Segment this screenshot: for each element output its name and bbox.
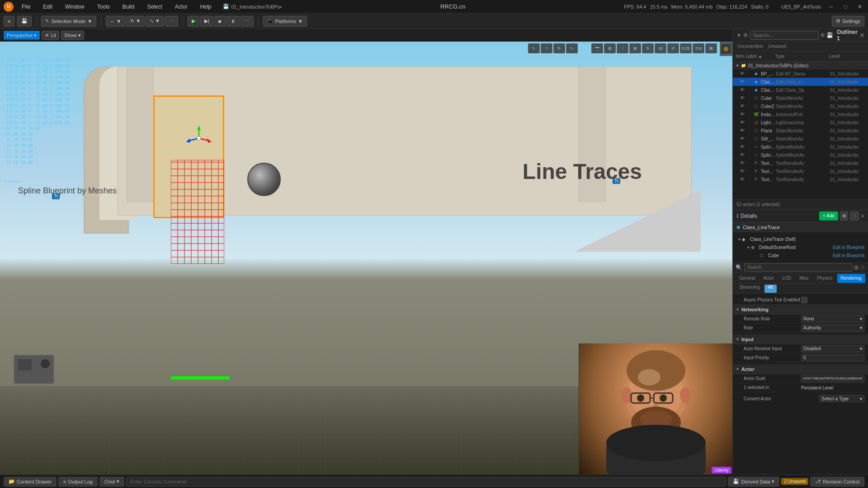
expand-5-icon[interactable] (747, 103, 753, 109)
outliner-row-textrender1[interactable]: 👁 T TextRenderActor TextRenderAc 01_Intr… (733, 159, 868, 167)
angle-val[interactable]: 0.25 (680, 43, 692, 53)
networking-section-header[interactable]: ▾ Networking (733, 305, 868, 314)
col-type-header[interactable]: Type (775, 54, 829, 59)
visibility-icon-5[interactable]: 👁 (740, 103, 745, 109)
tab-misc[interactable]: Misc (796, 274, 812, 283)
close-button[interactable]: ✕ (855, 2, 864, 11)
output-log-button[interactable]: ≡ Output Log (58, 477, 98, 487)
actor-expand-icon[interactable]: ▾ (736, 366, 739, 371)
hamburger-menu-button[interactable]: ≡ (4, 16, 14, 27)
details-view-options-button[interactable]: ⊞ (840, 211, 848, 221)
platforms-button[interactable]: 📱 Platforms ▼ (263, 16, 307, 27)
nav-cube[interactable]: ⊕ (721, 43, 731, 54)
outliner-close-button[interactable]: ✕ (859, 32, 865, 39)
edit-blueprint-link-2[interactable]: Edit in Blueprint (833, 253, 864, 258)
convert-actor-dropdown[interactable]: Select a Type ▾ (819, 395, 864, 402)
input-section-header[interactable]: ▾ Input (733, 334, 868, 344)
grid-snap-button[interactable]: ⊞ (629, 43, 641, 53)
visibility-icon-4[interactable]: 👁 (740, 95, 745, 101)
maximize-viewport-button[interactable]: ⊞ (604, 43, 616, 53)
uncontrolled-tab[interactable]: Uncontrolled (736, 43, 764, 50)
role-dropdown[interactable]: Authority ▾ (801, 324, 864, 332)
expand-4-icon[interactable] (747, 95, 753, 101)
visibility-icon-6[interactable]: 👁 (740, 112, 745, 117)
derived-data-button[interactable]: 💾 Derived Data ▾ (728, 477, 779, 487)
subtab-streaming[interactable]: Streaming (736, 285, 764, 293)
outliner-row-splinemesh[interactable]: 👁 ~ SplineMeshActor SplineMeshAc 01_Intr… (733, 143, 868, 151)
camera-fov-button[interactable]: ⊠ (705, 43, 717, 53)
play-next-button[interactable]: ▶| (200, 16, 213, 27)
menu-edit[interactable]: Edit (40, 3, 55, 11)
console-command-input[interactable] (126, 477, 726, 487)
scale-snap-val[interactable]: 0.9 (693, 43, 704, 53)
visibility-icon-8[interactable]: 👁 (740, 128, 745, 133)
subtab-all[interactable]: All (764, 285, 777, 293)
visibility-icon-14[interactable]: 👁 (740, 177, 745, 182)
expand-1-icon[interactable] (747, 71, 753, 76)
tree-root-row[interactable]: ▾ ◆ Class_LineTrace (Self) (736, 235, 864, 243)
outliner-save-icon[interactable]: 💾 (826, 32, 833, 38)
menu-select[interactable]: Select (144, 3, 165, 11)
tab-lod[interactable]: LOD (778, 274, 795, 283)
actor-guid-field[interactable] (801, 375, 864, 382)
tree-scene-root-row[interactable]: ▾ ⊕ DefaultSceneRoot Edit in Blueprint (745, 243, 864, 251)
visibility-icon-3[interactable]: 👁 (740, 87, 745, 93)
visibility-icon-13[interactable]: 👁 (740, 169, 745, 174)
networking-expand-icon[interactable]: ▾ (736, 307, 739, 312)
visibility-icon-9[interactable]: 👁 (740, 136, 745, 141)
menu-actor[interactable]: Actor (172, 3, 190, 11)
unsaved-tab[interactable]: Unsaved (766, 43, 788, 50)
maximize-button[interactable]: □ (841, 2, 850, 11)
play-options-button[interactable]: ⋯ (241, 16, 254, 27)
col-level-header[interactable]: Level (829, 54, 865, 59)
expand-13-icon[interactable] (747, 169, 753, 174)
expand-2-icon[interactable] (747, 79, 753, 84)
scale-mode-button[interactable]: ⤡ (566, 43, 578, 53)
expand-root-icon[interactable]: ▾ (735, 63, 740, 68)
more-tools-button[interactable]: ⋯ (165, 16, 178, 27)
outliner-row-class-linetrace[interactable]: 👁 ◆ Class_LineTrace Edit Class_Li 01_Int… (733, 78, 868, 86)
edit-blueprint-link-1[interactable]: Edit in Blueprint (833, 245, 864, 250)
col-label-header[interactable]: Item Label ▲ (736, 54, 775, 59)
viewport-options-button[interactable]: ⋮ (617, 43, 628, 53)
outliner-row-plane[interactable]: 👁 □ Plane StaticMeshAc 01_Introductio (733, 127, 868, 135)
details-search-input[interactable] (744, 263, 852, 272)
visibility-icon-11[interactable]: 👁 (740, 152, 745, 158)
outliner-row-cube[interactable]: 👁 □ Cube StaticMeshAc 01_Introductio (733, 94, 868, 102)
tree-expand-scene[interactable]: ▾ (745, 245, 751, 250)
visibility-icon-1[interactable]: 👁 (740, 71, 745, 76)
expand-10-icon[interactable] (747, 144, 753, 150)
outliner-settings-icon[interactable]: ⚙ (743, 32, 748, 38)
project-save-icon[interactable]: 💾 (223, 4, 229, 9)
star-icon[interactable]: ☆ (860, 264, 865, 271)
tab-actor[interactable]: Actor (760, 274, 778, 283)
expand-6-icon[interactable] (747, 112, 753, 117)
play-button[interactable]: ▶ (188, 16, 199, 27)
grid-num-1[interactable]: 5 (642, 43, 654, 53)
rotate-tool-button[interactable]: ↻ ▼ (126, 16, 145, 27)
expand-14-icon[interactable] (747, 177, 753, 182)
content-drawer-button[interactable]: 📂 Content Drawer (4, 477, 57, 487)
input-priority-field[interactable] (801, 354, 864, 361)
grid-num-2[interactable]: 10 (655, 43, 666, 53)
menu-tools[interactable]: Tools (94, 3, 113, 11)
grid-view-icon[interactable]: ⊞ (854, 264, 859, 271)
outliner-row-splinemesh2[interactable]: 👁 ~ SplineMeshActor2 SplineMeshAc 01_Int… (733, 151, 868, 159)
lit-button[interactable]: ☀ Lit (42, 31, 59, 40)
input-expand-icon[interactable]: ▾ (736, 337, 739, 342)
tab-rendering[interactable]: Rendering (837, 274, 865, 283)
expand-8-icon[interactable] (747, 128, 753, 133)
class-spline-type[interactable]: Edit Class_Sp (776, 88, 830, 93)
selection-mode-button[interactable]: ↖ Selection Mode ▼ (41, 16, 96, 27)
menu-file[interactable]: File (19, 3, 33, 11)
outliner-row-lightmass[interactable]: 👁 ◻ LightmassImportanceVolum LightmassIm… (733, 118, 868, 127)
tab-general[interactable]: General (736, 274, 759, 283)
outliner-search-input[interactable] (750, 31, 819, 40)
minimize-button[interactable]: ─ (826, 2, 835, 11)
visibility-icon-10[interactable]: 👁 (740, 144, 745, 150)
actor-section-header[interactable]: ▾ Actor (733, 364, 868, 374)
outliner-row-cube2[interactable]: 👁 □ Cube2 StaticMeshAc 01_Introductio (733, 102, 868, 110)
outliner-view-icon[interactable]: ⊞ (821, 32, 825, 38)
class-linetrace-type[interactable]: Edit Class_Li (776, 80, 830, 84)
visibility-icon-2[interactable]: 👁 (740, 79, 745, 84)
